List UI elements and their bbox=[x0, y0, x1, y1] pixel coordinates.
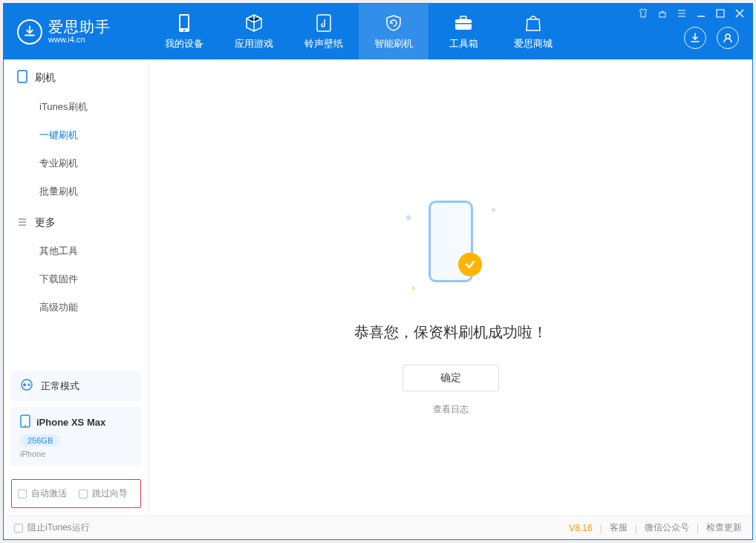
device-small-icon bbox=[20, 414, 30, 430]
body: 刷机 iTunes刷机 一键刷机 专业刷机 批量刷机 更多 其他工具 下载固件 … bbox=[4, 59, 752, 516]
checkbox-label: 自动激活 bbox=[31, 487, 67, 500]
checkbox-auto-activate[interactable]: 自动激活 bbox=[18, 487, 67, 500]
checkbox-box-icon bbox=[14, 524, 23, 533]
highlighted-options-row: 自动激活 跳过向导 bbox=[11, 479, 141, 508]
cube-icon bbox=[244, 13, 264, 33]
checkbox-box-icon bbox=[79, 490, 88, 498]
nav-apps-games[interactable]: 应用游戏 bbox=[219, 4, 289, 59]
refresh-shield-icon bbox=[384, 13, 403, 33]
sidebar-section-more: 更多 bbox=[4, 206, 149, 237]
title-right-icons bbox=[684, 27, 739, 49]
success-illustration bbox=[406, 201, 495, 305]
svg-rect-8 bbox=[717, 10, 724, 17]
sidebar-item-itunes-flash[interactable]: iTunes刷机 bbox=[4, 93, 149, 121]
sidebar-item-other-tools[interactable]: 其他工具 bbox=[4, 237, 149, 265]
checkmark-badge-icon bbox=[458, 253, 482, 276]
checkbox-label: 跳过向导 bbox=[92, 487, 128, 500]
svg-point-12 bbox=[23, 383, 26, 386]
user-icon[interactable] bbox=[717, 27, 739, 49]
lock-icon[interactable] bbox=[657, 8, 668, 19]
nav-store[interactable]: 爱思商城 bbox=[498, 4, 568, 59]
app-url: www.i4.cn bbox=[48, 35, 111, 44]
toolbox-icon bbox=[454, 13, 473, 33]
svg-rect-6 bbox=[455, 23, 472, 25]
svg-rect-3 bbox=[317, 15, 330, 31]
nav-label: 智能刷机 bbox=[374, 37, 413, 51]
ok-button[interactable]: 确定 bbox=[403, 365, 499, 391]
nav-label: 我的设备 bbox=[165, 37, 203, 51]
device-mode-card[interactable]: 正常模式 bbox=[11, 371, 141, 401]
svg-point-2 bbox=[183, 29, 185, 30]
sidebar-item-advanced[interactable]: 高级功能 bbox=[4, 293, 149, 322]
nav-label: 应用游戏 bbox=[235, 37, 273, 51]
main-area: 恭喜您，保资料刷机成功啦！ 确定 查看日志 bbox=[149, 59, 752, 516]
tshirt-icon[interactable] bbox=[638, 8, 648, 19]
section-title: 刷机 bbox=[35, 71, 56, 85]
nav-label: 铃声壁纸 bbox=[304, 37, 343, 51]
svg-point-9 bbox=[726, 34, 730, 39]
svg-point-13 bbox=[28, 384, 30, 386]
svg-rect-10 bbox=[18, 71, 27, 82]
nav-my-device[interactable]: 我的设备 bbox=[149, 4, 219, 59]
svg-rect-5 bbox=[460, 16, 466, 19]
view-log-link[interactable]: 查看日志 bbox=[433, 403, 469, 416]
checkbox-label: 阻止iTunes运行 bbox=[27, 521, 90, 534]
bag-icon bbox=[524, 13, 543, 33]
svg-rect-4 bbox=[455, 19, 472, 30]
sidebar-item-download-firmware[interactable]: 下载固件 bbox=[4, 265, 149, 293]
statusbar: 阻止iTunes运行 V8.16 | 客服 | 微信公众号 | 检查更新 bbox=[4, 516, 752, 539]
svg-rect-7 bbox=[659, 13, 665, 17]
storage-badge: 256GB bbox=[20, 435, 60, 446]
app-name: 爱思助手 bbox=[48, 19, 111, 35]
sidebar-item-batch-flash[interactable]: 批量刷机 bbox=[4, 178, 149, 206]
app-window: 爱思助手 www.i4.cn 我的设备 应用游戏 铃声壁纸 智能刷机 bbox=[3, 3, 753, 540]
sidebar-section-flash: 刷机 bbox=[4, 59, 149, 93]
status-link-update[interactable]: 检查更新 bbox=[706, 521, 742, 534]
section-title: 更多 bbox=[35, 216, 56, 230]
status-link-wechat[interactable]: 微信公众号 bbox=[645, 521, 689, 534]
device-icon bbox=[175, 13, 194, 33]
mode-icon bbox=[20, 378, 33, 394]
logo-area: 爱思助手 www.i4.cn bbox=[4, 4, 149, 59]
music-file-icon bbox=[314, 13, 333, 33]
phone-outline-icon bbox=[17, 70, 27, 85]
top-nav: 我的设备 应用游戏 铃声壁纸 智能刷机 工具箱 爱思商城 bbox=[149, 4, 568, 59]
device-type: iPhone bbox=[20, 449, 132, 458]
success-message: 恭喜您，保资料刷机成功啦！ bbox=[354, 322, 547, 342]
close-icon[interactable] bbox=[734, 8, 745, 19]
svg-rect-1 bbox=[180, 16, 188, 28]
sidebar-item-onekey-flash[interactable]: 一键刷机 bbox=[4, 121, 149, 149]
minimize-icon[interactable] bbox=[696, 8, 706, 19]
menu-icon[interactable] bbox=[677, 8, 687, 19]
status-link-support[interactable]: 客服 bbox=[610, 521, 628, 534]
nav-label: 工具箱 bbox=[449, 37, 478, 51]
mode-label: 正常模式 bbox=[41, 380, 79, 393]
svg-point-15 bbox=[25, 425, 26, 426]
checkbox-skip-guide[interactable]: 跳过向导 bbox=[79, 487, 128, 500]
maximize-icon[interactable] bbox=[715, 8, 726, 19]
nav-smart-flash[interactable]: 智能刷机 bbox=[359, 4, 428, 59]
checkbox-block-itunes[interactable]: 阻止iTunes运行 bbox=[14, 521, 90, 534]
app-logo-icon bbox=[17, 19, 42, 45]
download-icon[interactable] bbox=[684, 27, 706, 49]
titlebar: 爱思助手 www.i4.cn 我的设备 应用游戏 铃声壁纸 智能刷机 bbox=[4, 4, 752, 59]
list-icon bbox=[17, 217, 27, 230]
device-name: iPhone XS Max bbox=[36, 417, 105, 428]
version-label: V8.16 bbox=[569, 523, 592, 533]
checkbox-box-icon bbox=[18, 490, 27, 498]
window-controls bbox=[638, 8, 745, 19]
sidebar-item-pro-flash[interactable]: 专业刷机 bbox=[4, 149, 149, 178]
device-info-card[interactable]: iPhone XS Max 256GB iPhone bbox=[11, 407, 141, 466]
nav-toolbox[interactable]: 工具箱 bbox=[428, 4, 498, 59]
nav-label: 爱思商城 bbox=[514, 37, 553, 51]
sidebar: 刷机 iTunes刷机 一键刷机 专业刷机 批量刷机 更多 其他工具 下载固件 … bbox=[4, 59, 149, 516]
nav-ringtone-wallpaper[interactable]: 铃声壁纸 bbox=[289, 4, 359, 59]
